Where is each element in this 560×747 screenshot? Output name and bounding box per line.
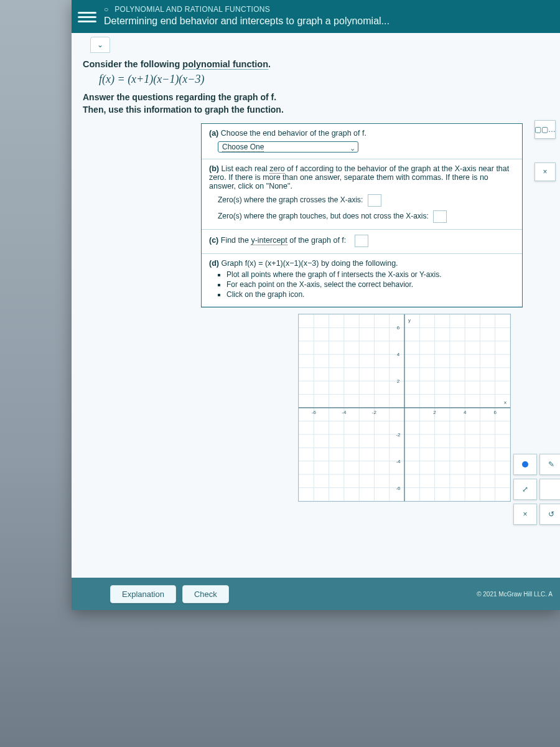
touches-label: Zero(s) where the graph touches, but doe… <box>218 212 429 220</box>
point-icon <box>522 461 528 467</box>
x-icon: × <box>523 510 527 519</box>
end-behavior-select[interactable]: Choose One ⌄ <box>218 141 358 153</box>
topbar: ○ POLYNOMIAL AND RATIONAL FUNCTIONS Dete… <box>72 0 560 33</box>
part-c: (c) Find the y-intercept of the graph of… <box>202 230 522 254</box>
instr-line2: Then, use this information to graph the … <box>83 105 560 115</box>
svg-text:-6: -6 <box>311 410 316 415</box>
chevron-down-icon: ⌄ <box>350 144 355 153</box>
reset-icon: ↺ <box>548 510 554 519</box>
svg-text:4: 4 <box>396 352 399 357</box>
svg-text:-6: -6 <box>396 486 401 491</box>
point-tool[interactable] <box>513 454 537 475</box>
question-panel: ▢▢… × (a) Choose the end behavior of the… <box>201 123 523 308</box>
category-label: POLYNOMIAL AND RATIONAL FUNCTIONS <box>114 5 270 14</box>
instr-line1: Answer the questions regarding the graph… <box>83 92 560 102</box>
svg-text:-2: -2 <box>396 432 401 438</box>
close-button[interactable]: × <box>534 162 556 181</box>
graph-canvas[interactable]: -6-4-2246-6-4-2246yx <box>298 314 511 502</box>
footer: Explanation Check © 2021 McGraw Hill LLC… <box>72 578 560 610</box>
explanation-button[interactable]: Explanation <box>110 585 176 603</box>
subtitle-label: Determining end behavior and intercepts … <box>104 16 390 27</box>
part-b: (b) List each real zero of f according t… <box>202 159 522 230</box>
a-text: Choose the end behavior of the graph of … <box>218 129 366 138</box>
segment-tool[interactable]: ✎ <box>539 454 560 475</box>
graph-area: -6-4-2246-6-4-2246yx <box>201 314 523 502</box>
reset-tool[interactable]: ↺ <box>539 504 560 525</box>
check-button[interactable]: Check <box>182 585 229 603</box>
svg-text:6: 6 <box>493 410 497 415</box>
svg-text:x: x <box>504 400 506 405</box>
crosses-input[interactable] <box>368 194 381 207</box>
svg-text:-4: -4 <box>396 459 401 464</box>
svg-text:y: y <box>408 317 411 323</box>
c-pre: Find the <box>218 236 251 245</box>
copyright: © 2021 McGraw Hill LLC. A <box>477 591 553 598</box>
c-label: (c) <box>209 236 218 245</box>
svg-text:2: 2 <box>396 378 399 384</box>
choose-one-label: Choose One <box>222 143 264 152</box>
b-text1: List each real <box>219 164 269 173</box>
d-label: (d) <box>209 259 219 268</box>
empty-tool[interactable] <box>539 479 560 500</box>
calculator-button[interactable]: ▢▢… <box>534 120 556 139</box>
bullet-icon: ○ <box>104 5 109 14</box>
polynomial-function-link[interactable]: polynomial function <box>182 59 268 70</box>
graph-toolbar: ✎ ⤢ × ↺ <box>513 454 560 525</box>
touches-input[interactable] <box>433 210 447 223</box>
y-intercept-link[interactable]: y-intercept <box>251 236 287 245</box>
function-definition: f(x) = (x+1)(x−1)(x−3) <box>99 73 560 86</box>
svg-text:2: 2 <box>433 410 436 415</box>
crosses-label: Zero(s) where the graph crosses the X-ax… <box>218 195 363 204</box>
y-intercept-input[interactable] <box>355 235 368 247</box>
a-label: (a) <box>209 129 218 138</box>
b-label: (b) <box>209 164 219 173</box>
zoom-icon: ⤢ <box>522 485 528 494</box>
svg-text:6: 6 <box>396 325 399 331</box>
svg-text:-4: -4 <box>342 410 347 415</box>
tab-chevron[interactable]: ⌄ <box>90 37 110 53</box>
menu-icon[interactable] <box>78 7 96 26</box>
d-bullet-1: Plot all points where the graph of f int… <box>226 270 515 279</box>
d-text: Graph f(x) = (x+1)(x−1)(x−3) by doing th… <box>219 259 398 268</box>
d-bullet-3: Click on the graph icon. <box>226 290 515 299</box>
d-bullet-2: For each point on the X-axis, select the… <box>226 280 515 289</box>
segment-icon: ✎ <box>548 460 554 469</box>
part-d: (d) Graph f(x) = (x+1)(x−1)(x−3) by doin… <box>202 254 522 307</box>
close-icon: × <box>543 167 547 176</box>
aleks-window: ○ POLYNOMIAL AND RATIONAL FUNCTIONS Dete… <box>72 0 560 610</box>
svg-text:-2: -2 <box>371 410 376 415</box>
title-block: ○ POLYNOMIAL AND RATIONAL FUNCTIONS Dete… <box>104 4 390 27</box>
part-a: (a) Choose the end behavior of the graph… <box>202 124 522 159</box>
subtabs: ⌄ <box>72 33 560 53</box>
zero-link[interactable]: zero <box>269 164 284 174</box>
zoom-tool[interactable]: ⤢ <box>513 479 537 500</box>
svg-text:4: 4 <box>463 410 466 415</box>
c-post: of the graph of f: <box>287 236 347 245</box>
delete-tool[interactable]: × <box>513 504 537 525</box>
main: Consider the following polynomial functi… <box>72 53 560 502</box>
calc-icon: ▢▢… <box>534 125 556 134</box>
chevron-down-icon: ⌄ <box>97 40 103 49</box>
period: . <box>268 59 271 69</box>
consider-text: Consider the following <box>83 59 182 69</box>
